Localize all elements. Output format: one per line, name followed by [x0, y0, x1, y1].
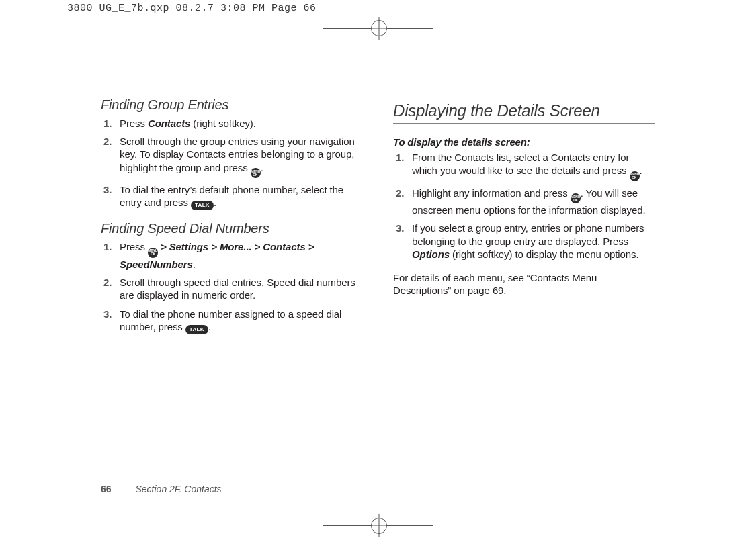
step: Scroll through the group entries using y… — [101, 135, 363, 178]
ui-label: Contacts — [148, 118, 190, 129]
left-column: Finding Group Entries Press Contacts (ri… — [101, 97, 363, 345]
step: Press MENUOK > Settings > More... > Cont… — [101, 240, 363, 271]
step-text: Scroll through speed dial entries. Speed… — [120, 277, 355, 301]
crop-tick-left — [0, 277, 15, 277]
step-text: . — [193, 259, 196, 270]
step-text: . — [208, 321, 211, 332]
talk-key-icon: TALK — [185, 325, 208, 334]
step-text: (right softkey). — [190, 118, 256, 129]
step: Scroll through speed dial entries. Speed… — [101, 276, 363, 302]
step-text: Highlight any information and press — [412, 187, 571, 199]
step-text: (right softkey) to display the menu opti… — [450, 248, 638, 260]
heading-displaying-details: Displaying the Details Screen — [393, 101, 655, 124]
step: To dial the phone number assigned to a s… — [101, 308, 363, 334]
step: To dial the entry’s default phone number… — [101, 183, 363, 210]
talk-key-icon: TALK — [191, 201, 214, 210]
page-footer: 66 Section 2F. Contacts — [101, 483, 222, 494]
heading-finding-speed-dial: Finding Speed Dial Numbers — [101, 221, 363, 236]
heading-finding-group-entries: Finding Group Entries — [101, 97, 363, 113]
menu-ok-icon: MENUOK — [251, 168, 261, 178]
step-text: To dial the phone number assigned to a s… — [120, 308, 341, 332]
step-text: Press — [120, 241, 148, 252]
step: Highlight any information and press MENU… — [393, 187, 655, 217]
right-column: Displaying the Details Screen To display… — [393, 97, 655, 345]
step-text: . — [214, 197, 216, 208]
step-text: Scroll through the group entries using y… — [120, 136, 355, 173]
section-label: Section 2F. Contacts — [135, 483, 221, 494]
step: If you select a group entry, entries or … — [393, 222, 655, 261]
ui-label: Options — [412, 248, 450, 260]
step-text: To dial the entry’s default phone number… — [120, 184, 343, 208]
menu-ok-icon: MENUOK — [630, 171, 640, 181]
crop-tick-right — [741, 277, 756, 277]
step-text: If you select a group entry, entries or … — [412, 222, 644, 246]
menu-ok-icon: MENUOK — [148, 248, 158, 258]
step-text: Press — [120, 118, 148, 129]
step-text: . — [640, 165, 642, 176]
lead-in: To display the details screen: — [393, 136, 655, 148]
prepress-header: 3800 UG_E_7b.qxp 08.2.7 3:08 PM Page 66 — [67, 3, 317, 14]
steps-display-details: From the Contacts list, select a Contact… — [393, 151, 655, 261]
page-number: 66 — [101, 483, 112, 494]
step: From the Contacts list, select a Contact… — [393, 151, 655, 181]
paragraph: For details of each menu, see “Contacts … — [393, 271, 655, 297]
step: Press Contacts (right softkey). — [101, 117, 363, 130]
steps-finding-speed: Press MENUOK > Settings > More... > Cont… — [101, 240, 363, 334]
steps-finding-group: Press Contacts (right softkey). Scroll t… — [101, 117, 363, 210]
page-body: Finding Group Entries Press Contacts (ri… — [101, 97, 655, 345]
step-text: . — [261, 162, 263, 173]
registration-mark-bottom — [0, 514, 756, 554]
step-text: From the Contacts list, select a Contact… — [412, 152, 630, 176]
menu-ok-icon: MENUOK — [571, 193, 581, 203]
